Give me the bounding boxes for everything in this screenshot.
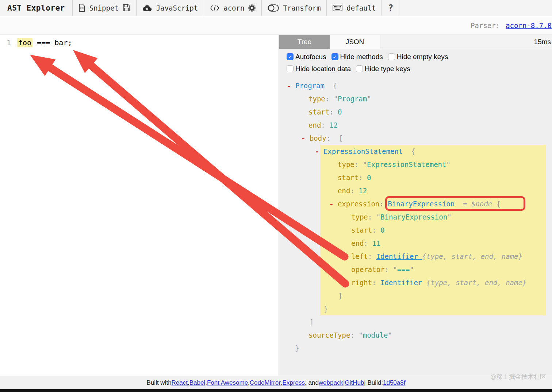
tree-token: type bbox=[351, 213, 368, 221]
transform-toggle[interactable]: Transform bbox=[261, 0, 326, 16]
tree-node-name[interactable]: Identifier bbox=[376, 252, 422, 260]
checkbox-hide-type-keys[interactable]: Hide type keys bbox=[356, 65, 410, 73]
tree-token: ] bbox=[310, 318, 314, 326]
checkbox-row-1: ✓Autofocus✓Hide methodsHide empty keys bbox=[287, 51, 552, 62]
category-button[interactable]: JavaScript bbox=[136, 0, 204, 16]
tree-node-name[interactable]: BinaryExpression bbox=[388, 200, 455, 208]
tree-settings: ✓Autofocus✓Hide methodsHide empty keys H… bbox=[279, 49, 552, 77]
checkbox-hide-methods[interactable]: ✓Hide methods bbox=[331, 53, 383, 61]
code-editor[interactable]: 1 foo === bar; bbox=[0, 35, 279, 376]
checkbox-checked-icon[interactable]: ✓ bbox=[331, 53, 338, 60]
tree-collapse-icon[interactable]: - bbox=[329, 200, 338, 208]
tree-token: {type, start, end, name} bbox=[422, 252, 522, 260]
tree-collapse-icon[interactable]: - bbox=[287, 82, 295, 90]
tree-collapse-icon[interactable]: - bbox=[315, 147, 323, 155]
checkbox-hide-location-data[interactable]: Hide location data bbox=[287, 65, 351, 73]
tree-token: 12 bbox=[359, 187, 367, 195]
code-line: 1 foo === bar; bbox=[0, 35, 279, 48]
tree-token: Program bbox=[338, 95, 367, 103]
tree-token: 0 bbox=[367, 174, 371, 182]
tree-node-name[interactable]: Program bbox=[295, 82, 325, 90]
parser-button[interactable]: acorn bbox=[204, 0, 261, 16]
tree-token: ExpressionStatement bbox=[367, 160, 446, 168]
tree-row: - body: [ bbox=[279, 132, 552, 145]
tree-row: - Program { bbox=[279, 79, 552, 92]
tree-expand-icon[interactable]: + bbox=[343, 279, 351, 287]
tree-token: : bbox=[379, 200, 388, 208]
tree-row: - expression: BinaryExpression = $node { bbox=[279, 197, 552, 210]
highlighted-token: foo bbox=[17, 38, 32, 47]
keymap-label: default bbox=[346, 4, 376, 12]
tree-token: === bbox=[397, 265, 410, 273]
keymap-button[interactable]: default bbox=[326, 0, 382, 16]
footer-link-express[interactable]: Express bbox=[283, 379, 305, 387]
checkbox-label: Hide methods bbox=[340, 53, 383, 61]
tree-row: sourceType: "module" bbox=[279, 329, 552, 342]
checkbox-unchecked-icon[interactable] bbox=[287, 65, 294, 72]
tree-token: " bbox=[447, 213, 451, 221]
watermark: @稀土掘金技术社区 bbox=[490, 373, 546, 381]
tree-collapse-icon[interactable]: - bbox=[301, 134, 310, 142]
tree-token: : bbox=[368, 252, 376, 260]
tree-row: type: "Program" bbox=[279, 92, 552, 105]
toggle-off-icon bbox=[268, 4, 279, 12]
tree-token: right bbox=[351, 279, 372, 287]
save-icon[interactable] bbox=[123, 4, 130, 12]
tree-token: end bbox=[308, 121, 321, 129]
tree-row: type: "BinaryExpression" bbox=[279, 210, 552, 224]
tab-json[interactable]: JSON bbox=[330, 35, 380, 49]
tree-token: expression bbox=[338, 200, 379, 208]
checkbox-hide-empty-keys[interactable]: Hide empty keys bbox=[388, 53, 448, 61]
parse-timing: 15ms bbox=[534, 35, 552, 49]
tree-token: left bbox=[351, 252, 368, 260]
footer-link-github[interactable]: GitHub bbox=[345, 379, 364, 387]
tree-token: : bbox=[321, 121, 329, 129]
help-button[interactable]: ? bbox=[382, 0, 399, 16]
code-text[interactable]: foo === bar; bbox=[17, 38, 72, 48]
tree-token: : bbox=[372, 226, 380, 234]
parser-bar: Parser: acorn-8.7.0 bbox=[0, 16, 552, 35]
tree-token: {type, start, end, name} bbox=[422, 279, 526, 287]
checkbox-checked-icon[interactable]: ✓ bbox=[287, 53, 294, 60]
footer-link-1d50a8f[interactable]: 1d50a8f bbox=[383, 379, 405, 387]
tree-token: " bbox=[359, 331, 363, 339]
footer-link-font-awesome[interactable]: Font Awesome bbox=[207, 379, 248, 387]
top-toolbar: AST Explorer Snippet JavaScript acorn bbox=[0, 0, 552, 16]
tree-row: start: 0 bbox=[279, 171, 552, 184]
checkbox-label: Hide type keys bbox=[365, 65, 410, 73]
tree-token: : bbox=[329, 108, 338, 116]
tree-token: = $node bbox=[455, 200, 492, 208]
snippet-button[interactable]: Snippet bbox=[72, 0, 136, 16]
tree-token: " bbox=[446, 160, 450, 168]
annotation-red-box: BinaryExpression = $node { bbox=[388, 200, 501, 208]
ast-explorer-app: AST Explorer Snippet JavaScript acorn bbox=[0, 0, 552, 392]
tree-token: " bbox=[410, 265, 414, 273]
footer-link-codemirror[interactable]: CodeMirror bbox=[250, 379, 281, 387]
tree-row: ] bbox=[279, 315, 552, 329]
tree-token: end bbox=[351, 239, 364, 247]
bottom-strip bbox=[0, 389, 552, 392]
parser-version-link[interactable]: acorn-8.7.0 bbox=[506, 22, 552, 30]
tree-token: sourceType bbox=[308, 331, 350, 339]
checkbox-unchecked-icon[interactable] bbox=[388, 53, 395, 60]
tree-expand-icon[interactable]: + bbox=[343, 252, 351, 260]
tree-row: - ExpressionStatement { bbox=[279, 145, 552, 158]
footer-link-react[interactable]: React bbox=[172, 379, 188, 387]
output-tabbar: Tree JSON 15ms bbox=[279, 35, 552, 49]
snippet-label: Snippet bbox=[89, 4, 119, 12]
tree-token: " bbox=[388, 331, 392, 339]
tree-token: : bbox=[354, 160, 363, 168]
checkbox-unchecked-icon[interactable] bbox=[356, 65, 363, 72]
footer-link-babel[interactable]: Babel bbox=[189, 379, 205, 387]
tree-node-name[interactable]: Identifier bbox=[380, 279, 422, 287]
footer-link-webpack[interactable]: webpack bbox=[319, 379, 343, 387]
category-label: JavaScript bbox=[156, 4, 198, 12]
checkbox-autofocus[interactable]: ✓Autofocus bbox=[287, 53, 326, 61]
parser-settings-gear-icon[interactable] bbox=[248, 4, 256, 12]
code-rest: === bar; bbox=[32, 38, 72, 47]
tree-token: { bbox=[492, 200, 501, 208]
ast-tree: - Program {type: "Program"start: 0end: 1… bbox=[279, 77, 552, 355]
tree-token: 0 bbox=[380, 226, 384, 234]
tab-tree[interactable]: Tree bbox=[279, 35, 330, 49]
tree-node-name[interactable]: ExpressionStatement bbox=[323, 147, 403, 155]
